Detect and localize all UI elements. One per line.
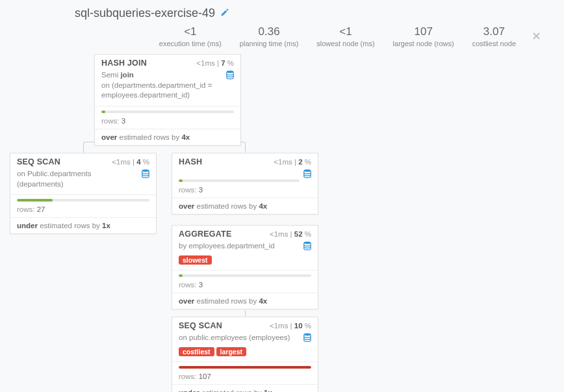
node-title: HASH — [179, 157, 202, 166]
page-title: sql-subqueries-exercise-49 — [75, 7, 215, 20]
close-icon[interactable]: ✕ — [525, 29, 548, 44]
cost-bar — [179, 274, 311, 277]
stats-row: <1execution time (ms) 0.36planning time … — [10, 25, 554, 47]
svg-point-2 — [304, 170, 311, 172]
node-title: SEQ SCAN — [17, 157, 60, 166]
cost-bar — [179, 179, 300, 182]
node-metrics: <1ms | 4 % — [112, 158, 149, 166]
svg-point-4 — [304, 333, 311, 336]
node-details: by employees.department_id — [172, 241, 318, 253]
database-icon[interactable] — [303, 169, 311, 181]
stat-slowest-node: <1slowest node (ms) — [307, 25, 383, 47]
node-details — [172, 169, 318, 179]
database-icon[interactable] — [226, 70, 234, 83]
cost-bar — [17, 199, 149, 202]
badge-costliest: costliest — [179, 347, 214, 356]
node-estimate: over estimated rows by 4x — [95, 129, 240, 145]
stat-costliest-node: 3.07costliest node — [463, 25, 525, 47]
database-icon[interactable] — [303, 241, 311, 254]
stat-execution-time: <1execution time (ms) — [150, 25, 231, 47]
node-rows: rows: 3 — [95, 116, 240, 129]
badge-slowest: slowest — [179, 255, 212, 265]
database-icon[interactable] — [303, 333, 311, 345]
node-estimate: under estimated rows by 1x — [172, 384, 318, 392]
node-metrics: <1ms | 7 % — [196, 59, 234, 67]
node-metrics: <1ms | 52 % — [270, 230, 311, 238]
stat-largest-node: 107largest node (rows) — [384, 25, 463, 47]
cost-bar — [101, 111, 234, 113]
badges: costliestlargest — [172, 345, 318, 358]
stat-planning-time: 0.36planning time (ms) — [231, 25, 307, 47]
node-title: HASH JOIN — [101, 59, 147, 68]
node-rows: rows: 27 — [10, 204, 156, 217]
badges: slowest — [172, 253, 318, 266]
badge-largest: largest — [216, 347, 246, 356]
node-title: AGGREGATE — [179, 229, 231, 239]
node-estimate: over estimated rows by 4x — [172, 198, 318, 214]
svg-point-0 — [227, 71, 234, 73]
database-icon[interactable] — [142, 169, 149, 181]
node-title: SEQ SCAN — [179, 321, 222, 330]
node-metrics: <1ms | 10 % — [270, 322, 311, 330]
node-estimate: under estimated rows by 1x — [10, 217, 156, 233]
node-seq-scan-employees[interactable]: SEQ SCAN <1ms | 10 % on public.employees… — [172, 317, 318, 392]
node-rows: rows: 107 — [172, 371, 318, 384]
node-details: on public.employees (employees) — [172, 333, 318, 345]
edit-icon[interactable] — [220, 8, 229, 19]
node-seq-scan-departments[interactable]: SEQ SCAN <1ms | 4 % on Public.department… — [10, 153, 157, 234]
plan-tree: HASH JOIN <1ms | 7 % Semi join on (depar… — [10, 54, 554, 392]
node-details: Semi join on (departments.department_id … — [95, 70, 240, 102]
node-metrics: <1ms | 2 % — [274, 158, 311, 166]
node-rows: rows: 3 — [172, 280, 318, 293]
svg-point-1 — [142, 170, 149, 172]
node-details: on Public.departments (departments) — [10, 169, 156, 190]
svg-point-3 — [304, 242, 311, 244]
cost-bar — [179, 366, 311, 369]
node-hash-join[interactable]: HASH JOIN <1ms | 7 % Semi join on (depar… — [94, 54, 241, 146]
node-aggregate[interactable]: AGGREGATE <1ms | 52 % by employees.depar… — [172, 225, 318, 309]
node-rows: rows: 3 — [172, 185, 318, 198]
node-estimate: over estimated rows by 4x — [172, 293, 318, 309]
node-hash[interactable]: HASH <1ms | 2 % rows: 3 over estimated r… — [172, 153, 318, 215]
